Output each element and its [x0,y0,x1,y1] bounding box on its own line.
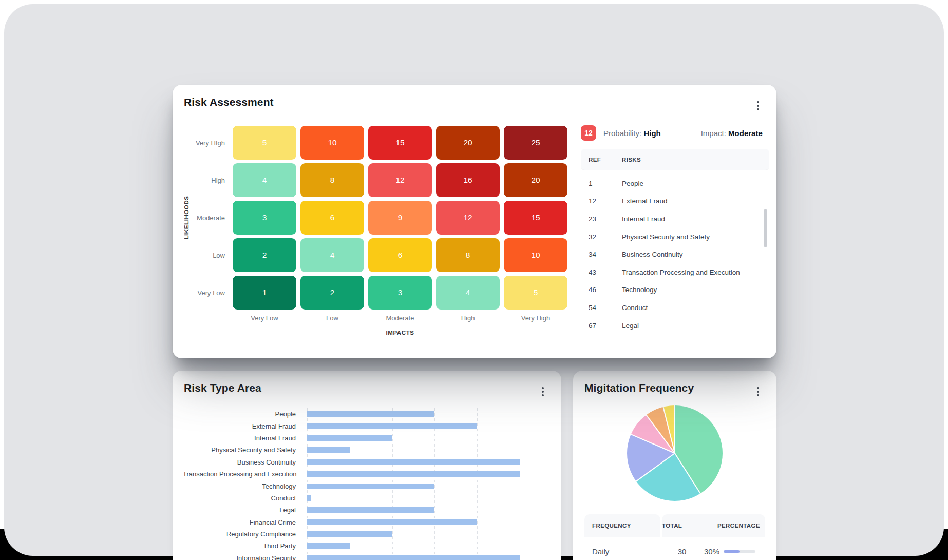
bar-chart-row: Technology [183,480,520,492]
matrix-cell[interactable]: 20 [504,163,567,197]
bar-track [307,531,520,537]
risk-ref: 23 [589,215,622,223]
risk-name: Conduct [622,304,769,312]
migitation-frequency-title: Migitation Frequency [584,382,694,394]
matrix-cell[interactable]: 8 [436,238,500,272]
dot [757,101,759,103]
dot [757,387,759,389]
frequency-value: Daily [584,547,660,556]
matrix-cell[interactable]: 2 [233,238,296,272]
matrix-column-label: Low [300,314,364,322]
matrix-cell[interactable]: 12 [368,163,432,197]
risk-list-item[interactable]: 23Internal Fraud [581,210,769,228]
risk-assessment-title: Risk Assessment [184,96,274,108]
bar-category-label: People [183,410,296,418]
bar-category-label: Internal Fraud [183,434,296,442]
bar-track [307,507,520,513]
matrix-cell[interactable]: 4 [300,238,364,272]
matrix-cell[interactable]: 10 [504,238,567,272]
kebab-menu-icon[interactable] [538,385,548,398]
bar-category-label: Physical Security and Safety [183,446,296,454]
risk-list-item[interactable]: 46Technology [581,281,769,299]
risk-type-area-title: Risk Type Area [184,382,261,394]
kebab-menu-icon[interactable] [753,385,763,398]
bar-chart-row: Conduct [183,492,520,504]
risk-list-item[interactable]: 12External Fraud [581,192,769,210]
risk-list-item[interactable]: 67Legal [581,317,769,335]
frequency-column-header: FREQUENCY [584,514,660,537]
matrix-column-label: Moderate [368,314,432,322]
risk-ref: 43 [589,268,622,276]
risks-list-scrollbar[interactable] [764,209,767,247]
bar-chart-row: Transaction Processing and Execution [183,468,520,480]
impacts-axis-title: IMPACTS [233,330,567,336]
matrix-cell[interactable]: 6 [368,238,432,272]
frequency-table-row[interactable]: Daily3030% [584,537,765,560]
bar-track [307,555,520,560]
risks-table-header: REF RISKS [581,149,769,170]
matrix-cell[interactable]: 16 [436,163,500,197]
matrix-cell[interactable]: 6 [300,201,364,235]
matrix-row-label: Very Low [173,276,225,310]
matrix-cell[interactable]: 15 [504,201,567,235]
risk-ref: 34 [589,250,622,258]
matrix-row-label: High [173,163,225,197]
dot [542,394,544,396]
bar-category-label: Legal [183,506,296,514]
bar-track [307,519,520,525]
frequency-table-body: Daily3030% [584,537,765,560]
risk-list-item[interactable]: 34Business Continuity [581,245,769,263]
matrix-cell[interactable]: 20 [436,126,500,160]
matrix-cell[interactable]: 3 [233,201,296,235]
bar-chart-row: Physical Security and Safety [183,444,520,456]
risk-name: Internal Fraud [622,215,769,223]
bar-category-label: Transaction Processing and Execution [183,470,296,478]
matrix-cell[interactable]: 25 [504,126,567,160]
bar-track [307,447,520,453]
matrix-column-labels: Very LowLowModerateHighVery High [233,314,567,322]
frequency-pie-chart[interactable] [627,405,723,501]
frequency-table: FREQUENCY TOTAL PERCENTAGE Daily3030% [584,514,765,560]
matrix-cell[interactable]: 9 [368,201,432,235]
percentage-cell: 30% [704,547,765,556]
bar-category-label: External Fraud [183,422,296,430]
matrix-cell[interactable]: 15 [368,126,432,160]
risk-ref: 12 [589,197,622,205]
bar-category-label: Technology [183,482,296,490]
bar-category-label: Third Party [183,542,296,550]
bar [307,423,477,429]
matrix-cell[interactable]: 4 [233,163,296,197]
matrix-cell[interactable]: 5 [504,276,567,310]
bar [307,471,520,477]
risk-name: Physical Security and Safety [622,233,769,241]
matrix-cell[interactable]: 2 [300,276,364,310]
risk-list-item[interactable]: 1People [581,175,769,192]
bar-category-label: Business Continuity [183,458,296,466]
matrix-cell[interactable]: 10 [300,126,364,160]
bar-track [307,423,520,429]
dot [542,391,544,393]
risk-type-area-card: Risk Type Area PeopleExternal FraudInter… [173,371,561,560]
bar-chart-row: Third Party [183,540,520,552]
matrix-cell[interactable]: 1 [233,276,296,310]
bar [307,435,392,441]
matrix-column-label: Very Low [233,314,296,322]
bar-chart[interactable]: PeopleExternal FraudInternal FraudPhysic… [183,408,520,560]
risk-name: People [622,180,769,187]
bar [307,507,434,513]
matrix-cell[interactable]: 4 [436,276,500,310]
risk-list-item[interactable]: 54Conduct [581,299,769,317]
matrix-cell[interactable]: 5 [233,126,296,160]
matrix-cell[interactable]: 3 [368,276,432,310]
matrix-cell[interactable]: 12 [436,201,500,235]
risk-list-item[interactable]: 43Transaction Processing and Execution [581,263,769,281]
risks-list: 1People12External Fraud23Internal Fraud3… [581,175,769,334]
kebab-menu-icon[interactable] [753,99,763,112]
bar-track [307,484,520,489]
risk-list-item[interactable]: 32Physical Security and Safety [581,228,769,246]
matrix-cell[interactable]: 8 [300,163,364,197]
total-column-header: TOTAL [662,523,682,529]
bar-category-label: Conduct [183,494,296,502]
matrix-row-label: Moderate [173,201,225,235]
dot [757,108,759,110]
